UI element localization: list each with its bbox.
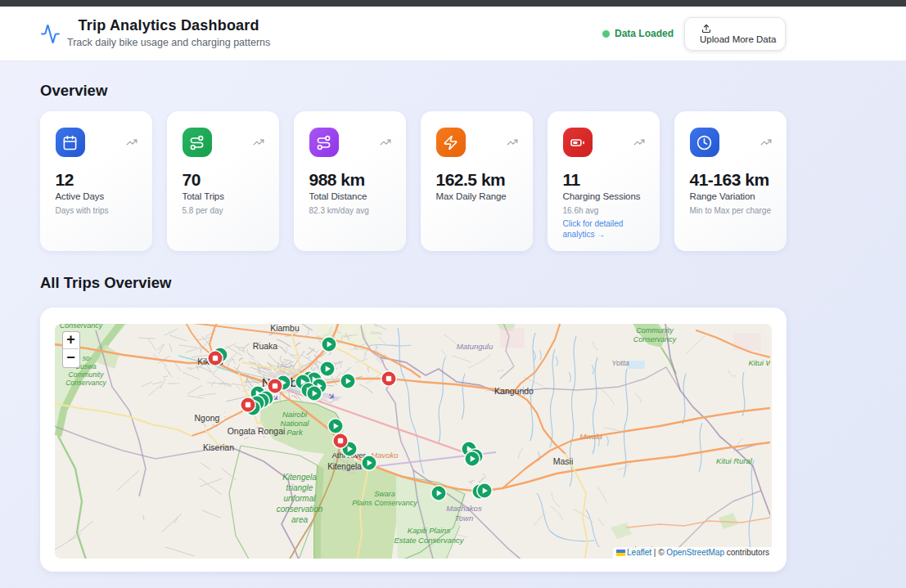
- svg-text:Machakos: Machakos: [446, 504, 482, 513]
- svg-text:area: area: [291, 515, 308, 524]
- svg-text:unformal: unformal: [284, 494, 317, 503]
- svg-text:Kapiti Plains: Kapiti Plains: [408, 526, 451, 535]
- svg-text:Conservancy: Conservancy: [633, 335, 677, 343]
- svg-text:Ruaka: Ruaka: [253, 341, 278, 351]
- svg-text:Kitui We: Kitui We: [748, 358, 770, 367]
- svg-text:Kitengela: Kitengela: [282, 473, 317, 482]
- svg-text:Nairobi: Nairobi: [282, 410, 308, 419]
- svg-text:Yotta: Yotta: [611, 358, 629, 367]
- svg-text:triangle: triangle: [286, 483, 313, 492]
- svg-text:Kiambu: Kiambu: [270, 324, 300, 333]
- svg-text:Kiserian: Kiserian: [203, 442, 234, 452]
- svg-text:Plains Conservancy: Plains Conservancy: [352, 499, 417, 507]
- svg-text:Conservancy: Conservancy: [60, 324, 103, 330]
- svg-text:Kitengela: Kitengela: [327, 462, 362, 471]
- svg-text:- so-: - so-: [79, 354, 92, 362]
- svg-text:Community: Community: [69, 370, 105, 379]
- svg-text:conservation: conservation: [277, 505, 323, 514]
- svg-text:Kitui Rural: Kitui Rural: [716, 456, 753, 465]
- svg-text:Community: Community: [636, 326, 674, 334]
- svg-text:Conservancy: Conservancy: [65, 379, 106, 387]
- svg-text:Kangundo: Kangundo: [494, 386, 534, 396]
- svg-text:Estate Conservancy: Estate Conservancy: [394, 536, 464, 545]
- svg-text:Swara: Swara: [374, 490, 395, 498]
- svg-text:Ngong: Ngong: [195, 413, 220, 423]
- svg-text:Matungulu: Matungulu: [457, 342, 494, 351]
- svg-text:Masii: Masii: [553, 456, 574, 466]
- svg-text:Mwala: Mwala: [579, 432, 602, 441]
- svg-text:Park: Park: [286, 428, 304, 437]
- svg-text:Town: Town: [455, 514, 473, 523]
- svg-text:National: National: [281, 419, 310, 428]
- svg-text:Ongata Rongai: Ongata Rongai: [228, 426, 286, 436]
